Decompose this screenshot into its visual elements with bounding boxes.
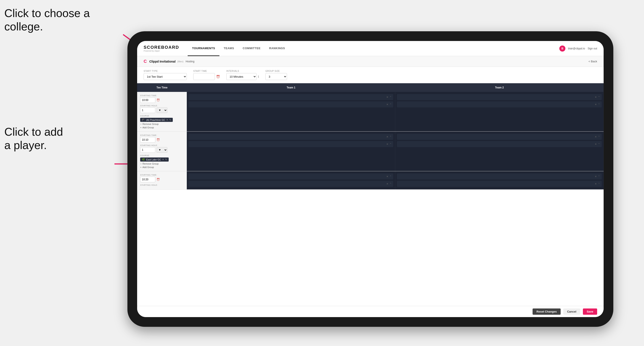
add-group-link-1[interactable]: + Add Group [140, 126, 184, 129]
tee-row-1: STARTING TIME: ⏰ STARTING HOLE: ▼ COURSE… [137, 92, 604, 132]
slot-x-6-2[interactable]: ✕ [595, 182, 597, 185]
slot-x-4-2[interactable]: ✕ [595, 143, 597, 146]
th-tee-time: Tee Time [137, 86, 187, 89]
annotation-top: Click to choose a college. [4, 6, 90, 33]
player-slot-6-1[interactable]: ✕ ⌃ [397, 173, 602, 179]
clock-icon-1: ⏰ [156, 99, 160, 102]
cancel-button[interactable]: Cancel [563, 309, 580, 315]
starting-time-label-2: STARTING TIME: [140, 134, 184, 136]
nav-tab-rankings[interactable]: RANKINGS [265, 41, 289, 56]
slot-x-3-2[interactable]: ✕ [386, 143, 388, 146]
add-group-link-2[interactable]: + Add Group [140, 166, 184, 169]
player-slot-3-2[interactable]: ✕ ⌃ [188, 141, 393, 147]
intervals-select[interactable]: 10 Minutes [226, 73, 256, 80]
clock-icon: ⏰ [216, 75, 220, 78]
breadcrumb-logo: C [144, 59, 147, 64]
slot-arrow-4-2[interactable]: ⌃ [598, 143, 600, 146]
starting-time-input-2[interactable] [140, 137, 155, 143]
team1-col-3: ✕ ⌃ ✕ ⌃ [187, 171, 395, 189]
player-slot-2-1[interactable]: ✕ ⌃ [397, 94, 602, 100]
course-tag-edit-2[interactable]: ✎ [165, 158, 167, 161]
header-right: B blair@clippd.io Sign out [559, 45, 597, 52]
player-slot-3-1[interactable]: ✕ ⌃ [188, 134, 393, 140]
slot-arrow-6-1[interactable]: ⌃ [598, 175, 600, 178]
tournament-status: Hosting [186, 60, 194, 63]
group-size-select[interactable]: 3 [266, 73, 287, 80]
starting-hole-input-2[interactable] [140, 147, 155, 153]
info-icon: ℹ [258, 75, 259, 78]
start-time-input[interactable]: 10:00 [193, 73, 215, 80]
player-slot-2-2[interactable]: ✕ ⌃ [397, 101, 602, 107]
save-button[interactable]: Save [583, 309, 597, 315]
course-tag-flag-1: 🏴 [142, 118, 145, 121]
start-time-group: Start Time 10:00 ⏰ [193, 70, 220, 80]
player-slot-1-1[interactable]: ✕ ⌃ [188, 94, 393, 100]
slot-arrow-3-1[interactable]: ⌃ [390, 136, 392, 138]
start-type-select[interactable]: 1st Tee Start [144, 73, 187, 80]
bottom-bar: Reset Changes Cancel Save [137, 306, 604, 317]
slot-arrow-5-1[interactable]: ⌃ [390, 175, 392, 178]
tee-left-1: STARTING TIME: ⏰ STARTING HOLE: ▼ COURSE… [137, 92, 187, 131]
tournament-name: Clippd Invitational [149, 60, 175, 63]
slot-x-5-1[interactable]: ✕ [386, 175, 388, 178]
slot-x-6-1[interactable]: ✕ [595, 175, 597, 178]
slot-x-5-2[interactable]: ✕ [386, 182, 388, 185]
slot-x-1-2[interactable]: ✕ [386, 103, 388, 106]
slot-x-3-1[interactable]: ✕ [386, 136, 388, 138]
slot-x-4-1[interactable]: ✕ [595, 136, 597, 138]
team1-col-1: ✕ ⌃ ✕ ⌃ [187, 92, 395, 131]
back-button[interactable]: < Back [588, 60, 597, 63]
slot-arrow-2-2[interactable]: ⌃ [598, 103, 600, 106]
intervals-group: Intervals 10 Minutes ℹ [226, 70, 259, 80]
slot-arrow-6-2[interactable]: ⌃ [598, 182, 600, 185]
group-size-group: Group Size 3 [266, 70, 287, 80]
slot-x-1-1[interactable]: ✕ [386, 96, 388, 99]
starting-time-row-1: ⏰ [140, 97, 184, 103]
course-label-1: COURSE: [140, 115, 184, 117]
starting-time-input-1[interactable] [140, 97, 155, 103]
clock-icon-3: ⏰ [156, 178, 160, 181]
remove-icon-2: ○ [140, 163, 142, 165]
slot-arrow-1-2[interactable]: ⌃ [390, 103, 392, 106]
nav-tab-tournaments[interactable]: TOURNAMENTS [188, 41, 219, 56]
team2-col-1: ✕ ⌃ ✕ ⌃ [395, 92, 604, 131]
player-slot-4-1[interactable]: ✕ ⌃ [397, 134, 602, 140]
course-tag-x-2[interactable]: ✕ [162, 158, 164, 161]
slot-arrow-1-1[interactable]: ⌃ [390, 96, 392, 99]
slot-arrow-4-1[interactable]: ⌃ [598, 136, 600, 138]
course-tag-x-1[interactable]: ✕ [166, 119, 168, 121]
tee-row-2: STARTING TIME: ⏰ STARTING HOLE: ▼ COURSE… [137, 132, 604, 171]
player-slot-1-2[interactable]: ✕ ⌃ [188, 101, 393, 107]
reset-button[interactable]: Reset Changes [532, 309, 561, 315]
slot-arrow-5-2[interactable]: ⌃ [390, 182, 392, 185]
scoreboard-logo: SCOREBOARD Powered by clippd [144, 45, 179, 52]
course-tag-1[interactable]: 🏴 (A) Peachtree GC ✕ ✎ [140, 118, 173, 122]
starting-hole-label-2: STARTING HOLE: [140, 144, 184, 147]
player-slot-5-1[interactable]: ✕ ⌃ [188, 173, 393, 179]
player-slot-5-2[interactable]: ✕ ⌃ [188, 181, 393, 187]
starting-hole-select-1[interactable]: ▼ [156, 107, 167, 113]
slot-arrow-2-1[interactable]: ⌃ [598, 96, 600, 99]
logo-title: SCOREBOARD [144, 45, 179, 50]
course-tag-2[interactable]: 🌿 East Lake GC ✕ ✎ [140, 158, 169, 162]
slot-x-2-1[interactable]: ✕ [595, 96, 597, 99]
starting-time-input-3[interactable] [140, 177, 155, 182]
starting-hole-select-2[interactable]: ▼ [156, 147, 167, 153]
team2-col-3: ✕ ⌃ ✕ ⌃ [395, 171, 604, 189]
player-slot-6-2[interactable]: ✕ ⌃ [397, 181, 602, 187]
slot-x-2-2[interactable]: ✕ [595, 103, 597, 106]
nav-tab-teams[interactable]: TEAMS [220, 41, 238, 56]
starting-time-label-1: STARTING TIME: [140, 94, 184, 97]
remove-group-link-1[interactable]: ○ Remove Group [140, 123, 184, 125]
add-icon-1: + [140, 126, 142, 129]
nav-tab-committee[interactable]: COMMITTEE [238, 41, 265, 56]
remove-group-link-2[interactable]: ○ Remove Group [140, 163, 184, 165]
tee-row-3: STARTING TIME: ⏰ STARTING HOLE: ✕ ⌃ ✕ ⌃ [137, 171, 604, 190]
sign-out-link[interactable]: Sign out [588, 47, 597, 50]
course-tag-edit-1[interactable]: ✎ [169, 119, 171, 121]
slot-arrow-3-2[interactable]: ⌃ [390, 143, 392, 146]
logo-sub: Powered by clippd [144, 50, 179, 52]
player-slot-4-2[interactable]: ✕ ⌃ [397, 141, 602, 147]
starting-hole-input-1[interactable] [140, 107, 155, 113]
starting-hole-row-1: ▼ [140, 107, 184, 113]
